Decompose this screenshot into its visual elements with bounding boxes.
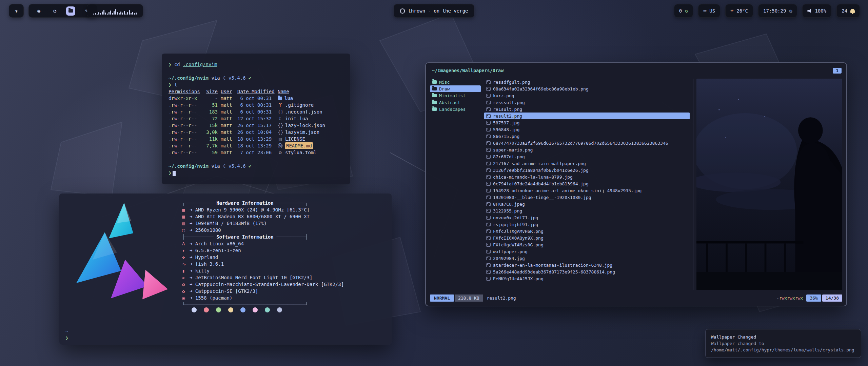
file-item[interactable]: 217167-sad-anime-rain-wallpaper.png (484, 160, 690, 167)
filetype-icon: {} (278, 108, 283, 115)
sidebar-folder-landscapes[interactable]: Landscapes (430, 106, 481, 113)
file-item[interactable]: 596848.jpg (484, 126, 690, 133)
file-item[interactable]: 3122955.png (484, 207, 690, 214)
notifications-widget[interactable]: 24 (836, 4, 860, 18)
file-name: super-mario.png (493, 147, 533, 152)
column-header: Name (278, 88, 343, 95)
file-name: .gitignore (285, 102, 314, 108)
file-name: 20492984.jpg (493, 256, 525, 261)
command-text: l (174, 82, 177, 87)
launcher-button[interactable]: ➤ (9, 4, 24, 18)
column-header: User (221, 88, 234, 95)
info-line: Λ➜ Arch Linux x86_64 (182, 240, 344, 247)
prompt-line[interactable]: ❯ (169, 169, 343, 176)
file-item[interactable]: 154928-odinokoe_anime-art-anime-okno-sin… (484, 187, 690, 194)
file-row: .rw-r--r--7,7kmatt18 oct 13:29ⓂREADME.md (169, 142, 343, 149)
file-item[interactable]: 19201080-__blue-tinge__-1920×1080.jpg (484, 194, 690, 201)
top-bar: ➤ ◉◔✎ thrown - on the verge 0 ↻ ⌨ US ☀ 2… (0, 0, 868, 22)
temperature-value: 26°C (736, 8, 748, 14)
browser-icon: ◉ (37, 8, 40, 14)
terminal-window-nvim[interactable]: ❯ cd .config/nvim ~/.config/nvim via ☾ v… (162, 54, 350, 184)
image-icon (486, 250, 491, 253)
volume-widget[interactable]: 100% (802, 4, 831, 18)
image-icon (486, 141, 491, 145)
palette-dot (265, 307, 270, 312)
file-item[interactable]: atardecer-en-la-montanas-ilustracion-634… (484, 262, 690, 268)
file-item[interactable]: chica-mirando-la-luna-8799.jpg (484, 174, 690, 180)
cpu-icon: ▦ (182, 206, 190, 213)
file-manager-window[interactable]: ~/Imagenes/Wallpapers/Draw 1 MiscDrawMin… (425, 62, 847, 306)
terminal-window-fastfetch[interactable]: ┌────────── Hardware Information ───────… (59, 194, 392, 345)
file-name: 154928-odinokoe_anime-art-anime-okno-sin… (493, 188, 642, 193)
notification-popup[interactable]: Wallpaper Changed Wallpaper changed to /… (705, 329, 861, 358)
sidebar-folder-draw[interactable]: Draw (430, 85, 481, 92)
media-icon: ◔ (53, 8, 56, 14)
image-icon (486, 189, 491, 192)
workspace-3-files-button[interactable] (66, 6, 75, 16)
file-name: 87r687df.png (493, 154, 525, 159)
folder-icon (432, 107, 437, 111)
file-item[interactable]: result2.png (484, 113, 690, 119)
temperature-widget[interactable]: ☀ 26°C (725, 4, 753, 18)
info-line: ▩➜ AMD ATI Radeon RX 6800/6800 XT / 6900… (182, 213, 344, 220)
image-icon (486, 87, 491, 91)
file-item[interactable]: nnvuv0xj2df71.jpg (484, 214, 690, 221)
wm-icon: ❖ (182, 254, 190, 261)
sidebar-folder-minimalist[interactable]: Minimalist (430, 92, 481, 99)
file-name: 217167-sad-anime-rain-wallpaper.png (493, 161, 586, 166)
file-item[interactable]: wallpaper.png (484, 248, 690, 255)
folder-label: Minimalist (439, 93, 466, 98)
file-item[interactable]: 5a266e448add93deab367d87173e9f25-6837886… (484, 268, 690, 275)
workspace-2-media-button[interactable]: ◔ (50, 6, 59, 16)
file-item[interactable]: 8FKa7Cu.jpeg (484, 201, 690, 207)
file-name: stylua.toml (285, 149, 317, 156)
file-item[interactable]: resssult.png (484, 99, 690, 106)
file-item[interactable]: kurz.png (484, 92, 690, 99)
clock-time: 17:50:29 (763, 8, 786, 14)
file-item[interactable]: 0c794faf07de24a4db4d4fb1eb813964.jpg (484, 180, 690, 187)
sidebar-folder-misc[interactable]: Misc (430, 79, 481, 85)
filetype-icon: Ⓜ (278, 142, 283, 149)
file-item[interactable]: 3126f7e9bbf21a8a4af0b67b041c6e26.jpg (484, 167, 690, 174)
visualizer-bar (117, 12, 118, 15)
gpu-icon: ▩ (182, 213, 190, 220)
image-preview-pane (696, 79, 842, 290)
updates-widget[interactable]: 0 ↻ (674, 4, 693, 18)
image-icon (486, 107, 491, 111)
file-item[interactable]: re1sult.png (484, 106, 690, 113)
audio-visualizer-widget[interactable] (87, 4, 143, 18)
visualizer-bar (125, 14, 126, 15)
text-cursor (173, 171, 176, 176)
file-item[interactable]: 587597.jpg (484, 119, 690, 126)
file-item[interactable]: ressdfgult.png (484, 79, 690, 85)
file-item[interactable]: 866715.png (484, 133, 690, 140)
file-item[interactable]: super-mario.png (484, 146, 690, 153)
file-name: rsjqojlmjhf91.jpg (493, 222, 538, 227)
palette-dot (253, 307, 258, 312)
image-icon (486, 182, 491, 186)
keyboard-layout-widget[interactable]: ⌨ US (698, 4, 720, 18)
workspace-1-browser-button[interactable]: ◉ (34, 6, 43, 16)
image-icon (486, 270, 491, 274)
tab-badge[interactable]: 1 (833, 68, 842, 74)
refresh-icon: ↻ (685, 8, 688, 14)
listing-header: PermissionsSizeUserDate ModifiedName (169, 88, 343, 95)
filetype-icon: {} (278, 122, 283, 129)
file-item[interactable]: FXfcJlTXgAMvH6R.png (484, 228, 690, 235)
file-item[interactable]: 87r687df.png (484, 153, 690, 160)
file-item[interactable]: FXfcHgcWIAMzs0G.png (484, 241, 690, 248)
file-item[interactable]: 20492984.jpg (484, 255, 690, 262)
file-item[interactable]: rsjqojlmjhf91.jpg (484, 221, 690, 228)
file-item[interactable]: 08a634fa02a32364f69ebc86a98eb1eb.png (484, 85, 690, 92)
sidebar-folder-abstract[interactable]: Abstract (430, 99, 481, 106)
launcher-icon: ➤ (13, 7, 20, 14)
shell-prompt[interactable]: ~ ❯ (65, 328, 68, 341)
visualizer-bars (93, 7, 137, 15)
clock-widget[interactable]: 17:50:29 ◷ (758, 4, 797, 18)
visualizer-bar (114, 11, 115, 15)
volume-value: 100% (815, 8, 826, 14)
music-player-widget[interactable]: thrown - on the verge (393, 4, 474, 18)
file-item[interactable]: FXfcII0X0AQyn9X.png (484, 235, 690, 241)
file-item[interactable]: 68747470733a2f2f696d616765732d7769786d70… (484, 140, 690, 146)
file-item[interactable]: EeNKYgIUcAAJ5JX.png (484, 275, 690, 282)
